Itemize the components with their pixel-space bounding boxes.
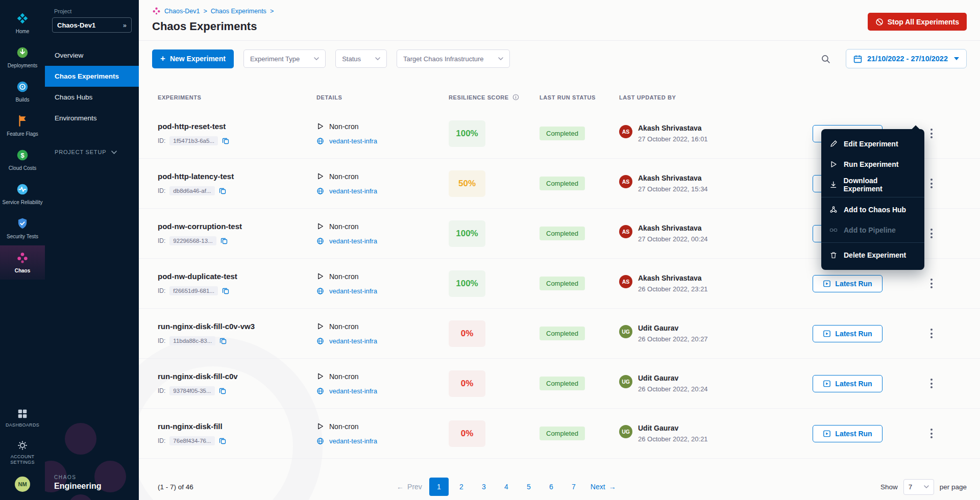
row-menu-button[interactable] [926,324,937,342]
per-page-select[interactable]: 7 [903,479,934,495]
status-cell: Completed [540,277,619,290]
stop-all-experiments-button[interactable]: Stop All Experiments [868,13,967,31]
status-cell: Completed [540,327,619,340]
expand-sidebar-icon[interactable]: » [123,21,127,29]
sidebar-item-service-reliability[interactable]: Service Reliability [0,177,45,211]
sidebar-item-cloud-costs[interactable]: $ Cloud Costs [0,143,45,177]
menu-item-run-experiment[interactable]: Run Experiment [821,154,924,174]
column-last-run-status: LAST RUN STATUS [540,94,619,101]
row-menu-button[interactable] [926,124,937,142]
latest-run-button[interactable]: Latest Run [813,325,883,342]
row-menu-button[interactable] [926,424,937,442]
table-header: EXPERIMENTS DETAILS RESILIENCE SCORE LAS… [139,77,980,109]
breadcrumb-link-project[interactable]: Chaos-Dev1 [164,8,200,15]
project-setup-toggle[interactable]: PROJECT SETUP [45,149,127,155]
updated-by-name: Udit Gaurav [638,324,708,332]
breadcrumb-link-page[interactable]: Chaos Experiments [211,8,266,15]
experiment-name-link[interactable]: run-nginx-disk-fill-c0v-vw3 [158,322,316,331]
sidebar-item-security-tests[interactable]: Security Tests [0,211,45,245]
prev-arrow-icon: ← [397,483,404,491]
date-range-picker[interactable]: 21/10/2022 - 27/10/2022 [846,49,967,68]
menu-item-label: Download Experiment [844,177,917,193]
experiment-name-link[interactable]: run-nginx-disk-fill [158,422,316,431]
copy-id-button[interactable] [219,387,226,394]
row-menu-button[interactable] [926,174,937,192]
page-button-4[interactable]: 4 [497,478,516,496]
copy-id-button[interactable] [219,187,226,194]
id-label: ID: [158,287,165,294]
sidebar-item-deployments[interactable]: Deployments [0,40,45,74]
experiment-name-link[interactable]: pod-nw-duplicate-test [158,272,316,281]
page-button-1[interactable]: 1 [429,478,449,496]
experiment-type-filter[interactable]: Experiment Type [243,49,326,68]
menu-item-download-experiment[interactable]: Download Experiment [821,174,924,195]
search-button[interactable] [816,48,836,69]
score-cell: 0% [449,370,540,397]
copy-id-button[interactable] [219,337,227,344]
experiment-name-link[interactable]: pod-nw-corruption-test [158,222,316,231]
new-experiment-button[interactable]: + New Experiment [152,49,234,68]
project-selector[interactable]: Chaos-Dev1 » [52,17,132,33]
experiment-id-value: 11bda88c-83... [169,336,215,345]
sidebar-item-home[interactable]: Home [0,6,45,40]
experiment-cell: run-nginx-disk-fill-c0v ID: 93784f05-35.… [158,372,316,395]
sidebar-item-overview[interactable]: Overview [45,45,139,66]
user-avatar[interactable]: NM [15,477,30,492]
copy-id-button[interactable] [220,237,228,244]
globe-icon [316,437,324,445]
infrastructure-row: vedant-test-infra [316,187,449,195]
menu-item-add-to-pipeline[interactable]: Add to Pipeline [821,220,924,240]
row-menu-button[interactable] [926,274,937,292]
copy-id-button[interactable] [222,137,229,144]
infrastructure-link[interactable]: vedant-test-infra [329,437,377,445]
latest-run-button[interactable]: Latest Run [813,425,883,442]
menu-item-label: Delete Experiment [844,251,906,259]
sidebar-item-chaos-experiments[interactable]: Chaos Experiments [45,66,139,87]
menu-cell [883,374,980,392]
menu-item-edit-experiment[interactable]: Edit Experiment [821,134,924,154]
page-button-2[interactable]: 2 [452,478,471,496]
row-menu-button[interactable] [926,224,937,242]
infrastructure-link[interactable]: vedant-test-infra [329,137,377,145]
calendar-icon [853,55,862,63]
prev-page-button[interactable]: ← Prev [393,483,426,491]
security-tests-icon [16,217,29,230]
menu-item-add-to-chaos-hub[interactable]: Add to Chaos Hub [821,199,924,220]
next-page-button[interactable]: Next → [586,483,620,491]
column-last-updated-by: LAST UPDATED BY [619,94,813,101]
infrastructure-link[interactable]: vedant-test-infra [329,387,377,395]
page-button-7[interactable]: 7 [564,478,583,496]
info-icon[interactable] [512,94,519,101]
page-button-3[interactable]: 3 [474,478,494,496]
row-menu-button[interactable] [926,374,937,392]
infrastructure-link[interactable]: vedant-test-infra [329,237,377,245]
experiment-name-link[interactable]: pod-http-reset-test [158,122,316,131]
copy-id-button[interactable] [219,437,226,444]
experiment-name-link[interactable]: pod-http-latency-test [158,172,316,181]
experiment-id-value: f26651d9-681... [169,286,218,295]
project-name: Chaos-Dev1 [57,21,95,29]
module-icon-rail: Home Deployments Builds Feature Flags $ … [0,0,45,500]
status-filter[interactable]: Status [335,49,387,68]
menu-item-delete-experiment[interactable]: Delete Experiment [821,245,924,265]
sidebar-item-chaos-hubs[interactable]: Chaos Hubs [45,87,139,108]
schedule-row: Non-cron [316,322,449,331]
sidebar-item-environments[interactable]: Environments [45,108,139,129]
sidebar-item-account-settings[interactable]: ACCOUNT SETTINGS [0,434,45,471]
page-button-6[interactable]: 6 [542,478,561,496]
target-infrastructure-filter[interactable]: Target Chaos Infrastructure [397,49,510,68]
sidebar-item-dashboards[interactable]: DASHBOARDS [0,403,45,434]
latest-run-button[interactable]: Latest Run [813,275,883,292]
sidebar-item-chaos[interactable]: Chaos [0,245,45,280]
infrastructure-link[interactable]: vedant-test-infra [329,187,377,195]
sidebar-item-builds[interactable]: Builds [0,74,45,109]
id-label: ID: [158,237,165,244]
experiment-name-link[interactable]: run-nginx-disk-fill-c0v [158,372,316,381]
latest-run-button[interactable]: Latest Run [813,375,883,392]
pipeline-icon [829,226,838,234]
sidebar-item-feature-flags[interactable]: Feature Flags [0,109,45,143]
infrastructure-link[interactable]: vedant-test-infra [329,287,377,295]
infrastructure-link[interactable]: vedant-test-infra [329,337,377,345]
page-button-5[interactable]: 5 [519,478,538,496]
copy-id-button[interactable] [222,287,229,294]
